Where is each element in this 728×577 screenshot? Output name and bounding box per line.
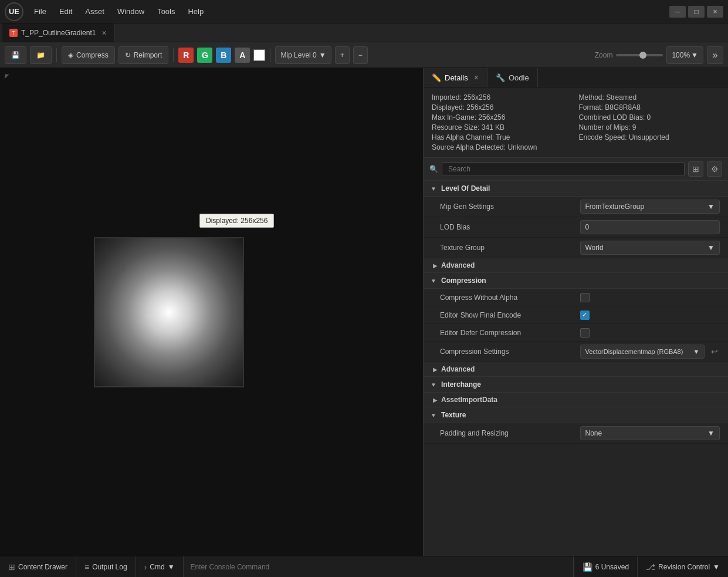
app-logo: UE xyxy=(5,2,23,21)
details-panel: ✏️ Details × 🔧 Oodle Imported: 256x256 M… xyxy=(423,68,728,556)
search-input[interactable] xyxy=(442,162,685,176)
content-drawer-button[interactable]: ⊞ Content Drawer xyxy=(0,556,76,577)
zoom-slider[interactable] xyxy=(616,54,663,56)
output-log-icon: ≡ xyxy=(84,562,89,572)
compress-alpha-checkbox[interactable] xyxy=(580,293,590,302)
save-button[interactable]: 💾 xyxy=(5,46,26,64)
compress-icon: ◈ xyxy=(68,51,73,59)
channel-r-button[interactable]: R xyxy=(178,48,194,63)
settings-button[interactable]: ⚙ xyxy=(707,161,722,177)
details-tab-label: Details xyxy=(445,73,468,82)
search-bar: 🔍 ⊞ ⚙ xyxy=(424,158,728,181)
padding-resizing-label: Padding and Resizing xyxy=(440,429,580,437)
toolbar: 💾 📁 ◈ Compress ↻ Reimport R G B A Mip Le… xyxy=(0,42,728,68)
padding-resizing-text: None xyxy=(585,429,602,437)
channel-a-button[interactable]: A xyxy=(235,48,250,63)
section-compression-header[interactable]: ▼ Compression xyxy=(424,273,728,289)
tab-close-icon[interactable]: × xyxy=(101,28,106,38)
padding-resizing-arrow: ▼ xyxy=(707,429,715,437)
editor-show-final-checkbox[interactable] xyxy=(580,311,590,320)
tab-label: T_PP_OutlineGradient1 xyxy=(21,29,96,37)
advanced-comp-arrow: ▶ xyxy=(433,366,438,373)
subsection-asset-import-header[interactable]: ▶ AssetImportData xyxy=(424,393,728,407)
padding-resizing-dropdown[interactable]: None ▼ xyxy=(580,426,720,440)
toolbar-separator-1 xyxy=(56,48,57,62)
editor-defer-checkbox[interactable] xyxy=(580,328,590,338)
channel-g-button[interactable]: G xyxy=(197,48,212,63)
info-imported: Imported: 256x256 xyxy=(432,93,573,102)
revision-control-icon: ⎇ xyxy=(646,562,655,572)
content-drawer-icon: ⊞ xyxy=(8,562,15,572)
texture-container xyxy=(94,237,244,387)
reimport-button[interactable]: ↻ Reimport xyxy=(118,46,169,64)
toolbar-separator-3 xyxy=(270,48,270,62)
toolbar-separator-2 xyxy=(173,48,174,62)
lod-bias-value xyxy=(580,220,720,234)
menu-edit[interactable]: Edit xyxy=(53,5,78,18)
channel-b-button[interactable]: B xyxy=(216,48,231,63)
lod-bias-input[interactable] xyxy=(580,220,720,234)
menu-asset[interactable]: Asset xyxy=(79,5,110,18)
menu-window[interactable]: Window xyxy=(111,5,150,18)
grid-view-button[interactable]: ⊞ xyxy=(688,161,703,177)
close-button[interactable]: × xyxy=(707,6,723,18)
mip-plus-button[interactable]: + xyxy=(335,46,350,64)
browse-icon: 📁 xyxy=(36,51,45,59)
subsection-advanced-comp-header[interactable]: ▶ Advanced xyxy=(424,362,728,377)
menu-bar: File Edit Asset Window Tools Help xyxy=(28,5,665,18)
menu-tools[interactable]: Tools xyxy=(151,5,181,18)
output-log-button[interactable]: ≡ Output Log xyxy=(76,556,136,577)
mip-gen-label: Mip Gen Settings xyxy=(440,203,580,211)
revision-control-button[interactable]: ⎇ Revision Control ▼ xyxy=(637,556,728,578)
advanced-comp-title: Advanced xyxy=(441,365,475,373)
cmd-arrow: ▼ xyxy=(168,563,175,571)
corner-marker: ◤ xyxy=(5,73,9,79)
zoom-percent-dropdown[interactable]: 100% ▼ xyxy=(666,46,703,64)
cmd-button[interactable]: › Cmd ▼ xyxy=(136,556,184,577)
prop-texture-group: Texture Group World ▼ xyxy=(424,238,728,258)
subsection-advanced-lod-header[interactable]: ▶ Advanced xyxy=(424,258,728,273)
texture-group-dropdown[interactable]: World ▼ xyxy=(580,241,720,255)
cmd-label: Cmd xyxy=(150,563,164,571)
details-tab-icon: ✏️ xyxy=(432,73,441,82)
editor-defer-value xyxy=(580,328,720,338)
advanced-lod-title: Advanced xyxy=(441,261,475,269)
menu-help[interactable]: Help xyxy=(182,5,209,18)
section-texture-title: Texture xyxy=(441,411,466,419)
section-lod-header[interactable]: ▼ Level Of Detail xyxy=(424,181,728,197)
texture-group-label: Texture Group xyxy=(440,244,580,252)
texture-group-dropdown-text: World xyxy=(585,244,604,252)
console-input[interactable] xyxy=(184,556,574,577)
details-tab-close[interactable]: × xyxy=(474,73,479,82)
asset-tab[interactable]: T T_PP_OutlineGradient1 × xyxy=(2,23,114,42)
section-interchange-header[interactable]: ▼ Interchange xyxy=(424,377,728,393)
mip-minus-button[interactable]: − xyxy=(353,46,368,64)
mip-gen-dropdown-arrow: ▼ xyxy=(707,203,715,211)
compress-label: Compress xyxy=(76,51,109,59)
compression-expand-arrow: ▼ xyxy=(431,278,438,284)
menu-file[interactable]: File xyxy=(28,5,52,18)
unsaved-button[interactable]: 💾 6 Unsaved xyxy=(574,556,637,578)
minimize-button[interactable]: ─ xyxy=(669,6,686,18)
more-options-button[interactable]: » xyxy=(707,46,723,64)
section-interchange-title: Interchange xyxy=(441,380,481,389)
section-lod-title: Level Of Detail xyxy=(441,184,490,193)
mip-level-dropdown[interactable]: Mip Level 0 ▼ xyxy=(275,46,331,64)
texture-expand-arrow: ▼ xyxy=(431,412,438,419)
editor-show-final-label: Editor Show Final Encode xyxy=(440,311,580,319)
revision-control-label: Revision Control xyxy=(658,563,710,571)
maximize-button[interactable]: □ xyxy=(688,6,705,18)
mip-gen-dropdown[interactable]: FromTextureGroup ▼ xyxy=(580,200,720,214)
prop-editor-defer-compression: Editor Defer Compression xyxy=(424,324,728,342)
compress-button[interactable]: ◈ Compress xyxy=(62,46,115,64)
compression-settings-dropdown[interactable]: VectorDisplacementmap (RGBA8) ▼ xyxy=(580,345,705,359)
compression-settings-reset[interactable]: ↩ xyxy=(709,346,720,357)
prop-mip-gen-settings: Mip Gen Settings FromTextureGroup ▼ xyxy=(424,197,728,217)
content-drawer-label: Content Drawer xyxy=(18,563,67,571)
search-icon: 🔍 xyxy=(429,165,438,173)
compress-alpha-label: Compress Without Alpha xyxy=(440,293,580,302)
tab-oodle[interactable]: 🔧 Oodle xyxy=(487,68,538,87)
tab-details[interactable]: ✏️ Details × xyxy=(424,68,487,87)
section-texture-header[interactable]: ▼ Texture xyxy=(424,407,728,423)
browse-button[interactable]: 📁 xyxy=(30,46,52,64)
